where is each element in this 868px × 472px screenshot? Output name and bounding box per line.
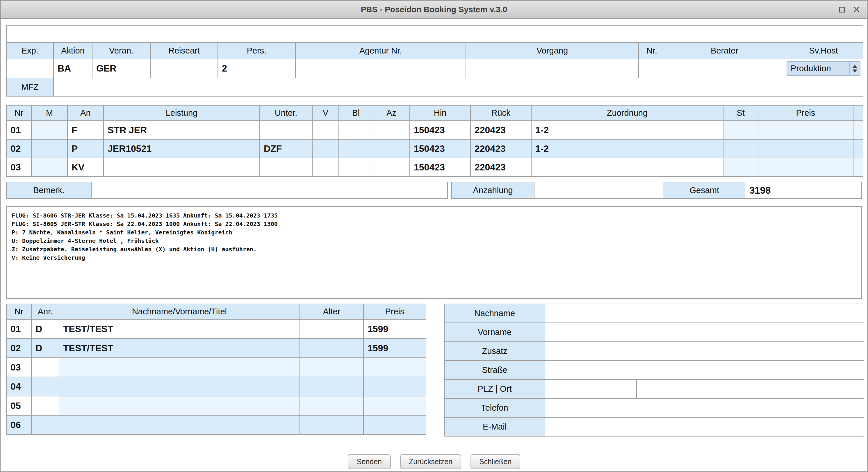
booking-details-textarea[interactable]: FLUG: SI-8606 STR-JER Klasse: Sa 15.04.2… [6, 206, 862, 299]
svc-preis-cell[interactable] [758, 121, 853, 139]
exp-field[interactable] [6, 59, 54, 78]
anzahlung-input[interactable] [534, 182, 664, 199]
svc-rueck-cell[interactable]: 220423 [470, 139, 531, 158]
pax-alter-cell[interactable] [300, 415, 364, 435]
pax-anr-cell[interactable]: D [31, 339, 59, 358]
maximize-icon[interactable] [839, 7, 845, 12]
svc-unter-cell[interactable] [260, 121, 312, 139]
senden-button[interactable]: Senden [348, 454, 391, 469]
reiseart-field[interactable] [150, 59, 218, 78]
pax-name-cell[interactable] [59, 415, 300, 435]
pax-nr-cell[interactable]: 06 [6, 415, 31, 435]
pax-nr-cell[interactable]: 03 [6, 358, 31, 377]
svc-preis-cell[interactable] [758, 139, 853, 158]
schliessen-button[interactable]: Schließen [470, 454, 520, 469]
ort-input[interactable] [637, 379, 864, 399]
pers-field[interactable]: 2 [218, 59, 296, 78]
svc-st-cell[interactable] [723, 139, 758, 158]
pax-nr-cell[interactable]: 02 [6, 339, 31, 358]
svc-bl-cell[interactable] [339, 121, 373, 139]
pax-alter-cell[interactable] [300, 358, 364, 377]
top-blank-input[interactable] [6, 25, 863, 42]
aktion-field[interactable]: BA [54, 59, 92, 78]
svc-leistung-cell[interactable]: STR JER [103, 121, 260, 139]
zusatz-input[interactable] [545, 342, 864, 360]
svc-v-cell[interactable] [312, 139, 339, 158]
pax-preis-cell[interactable] [364, 377, 426, 396]
pax-nr-cell[interactable]: 04 [6, 377, 31, 396]
close-icon[interactable]: ✕ [852, 5, 861, 14]
svc-az-cell[interactable] [373, 121, 410, 139]
svc-bl-cell[interactable] [339, 139, 373, 158]
svc-hin-cell[interactable]: 150423 [410, 158, 470, 177]
svc-leistung-cell[interactable]: JER10521 [103, 139, 260, 158]
pax-alter-cell[interactable] [300, 339, 364, 358]
pax-preis-cell[interactable] [364, 415, 426, 435]
plz-input[interactable] [545, 379, 637, 399]
nachname-input[interactable] [545, 304, 864, 323]
vorgang-field[interactable] [466, 59, 639, 78]
svhost-select[interactable]: Produktion [786, 61, 861, 76]
nr-field[interactable] [639, 59, 665, 78]
pax-anr-cell[interactable]: D [31, 319, 59, 339]
svc-az-cell[interactable] [373, 139, 410, 158]
stepper-arrows-icon[interactable] [849, 62, 860, 75]
pax-preis-cell[interactable] [364, 396, 426, 415]
svc-v-cell[interactable] [312, 158, 339, 177]
pax-anr-cell[interactable] [31, 415, 59, 435]
agentur-nr-field[interactable] [296, 59, 466, 78]
svc-nr-cell[interactable]: 02 [6, 139, 31, 158]
svc-zuordnung-cell[interactable]: 1-2 [531, 139, 723, 158]
svc-v-cell[interactable] [312, 121, 339, 139]
svc-m-cell[interactable] [31, 139, 67, 158]
pax-alter-cell[interactable] [300, 396, 364, 415]
pax-nr-cell[interactable]: 01 [6, 319, 31, 339]
svc-an-cell[interactable]: P [67, 139, 103, 158]
pax-alter-cell[interactable] [300, 377, 364, 396]
svc-bl-cell[interactable] [339, 158, 373, 177]
zuruecksetzen-button[interactable]: Zurücksetzen [400, 454, 461, 469]
svc-preis-cell[interactable] [758, 158, 853, 177]
pax-name-cell[interactable]: TEST/TEST [59, 319, 300, 339]
pax-name-cell[interactable] [59, 396, 300, 415]
svc-hin-cell[interactable]: 150423 [410, 121, 470, 139]
vorname-input[interactable] [545, 323, 864, 342]
svc-az-cell[interactable] [373, 158, 410, 177]
pax-anr-cell[interactable] [31, 377, 59, 396]
svc-m-cell[interactable] [31, 121, 67, 139]
svc-st-cell[interactable] [723, 158, 758, 177]
svc-hin-cell[interactable]: 150423 [410, 139, 470, 158]
veran-field[interactable]: GER [92, 59, 150, 78]
svc-nr-cell[interactable]: 03 [6, 158, 31, 177]
strasse-input[interactable] [545, 360, 864, 379]
bemerk-input[interactable] [91, 182, 448, 199]
svc-st-cell[interactable] [723, 121, 758, 139]
svc-rueck-cell[interactable]: 220423 [470, 121, 531, 139]
titlebar[interactable]: PBS - Poseidon Booking System v.3.0 ✕ [1, 1, 867, 19]
pax-preis-cell[interactable]: 1599 [364, 319, 426, 339]
telefon-input[interactable] [545, 399, 864, 417]
pax-anr-cell[interactable] [31, 396, 59, 415]
mfz-input[interactable] [54, 78, 863, 96]
svc-unter-cell[interactable] [260, 158, 312, 177]
svc-an-cell[interactable]: F [67, 121, 103, 139]
pax-alter-cell[interactable] [300, 319, 364, 339]
svc-zuordnung-cell[interactable]: 1-2 [531, 121, 723, 139]
svc-zuordnung-cell[interactable] [531, 158, 723, 177]
svc-m-cell[interactable] [31, 158, 67, 177]
svc-an-cell[interactable]: KV [67, 158, 103, 177]
pax-nr-cell[interactable]: 05 [6, 396, 31, 415]
pax-name-cell[interactable] [59, 358, 300, 377]
svc-unter-cell[interactable]: DZF [260, 139, 312, 158]
service-row: 03 KV 150423 220423 [6, 158, 863, 177]
svc-nr-cell[interactable]: 01 [6, 121, 31, 139]
berater-field[interactable] [665, 59, 784, 78]
svc-rueck-cell[interactable]: 220423 [470, 158, 531, 177]
pax-name-cell[interactable] [59, 377, 300, 396]
svc-leistung-cell[interactable] [103, 158, 260, 177]
pax-anr-cell[interactable] [31, 358, 59, 377]
pax-name-cell[interactable]: TEST/TEST [59, 339, 300, 358]
pax-preis-cell[interactable]: 1599 [364, 339, 426, 358]
pax-preis-cell[interactable] [364, 358, 426, 377]
email-input[interactable] [545, 417, 864, 436]
